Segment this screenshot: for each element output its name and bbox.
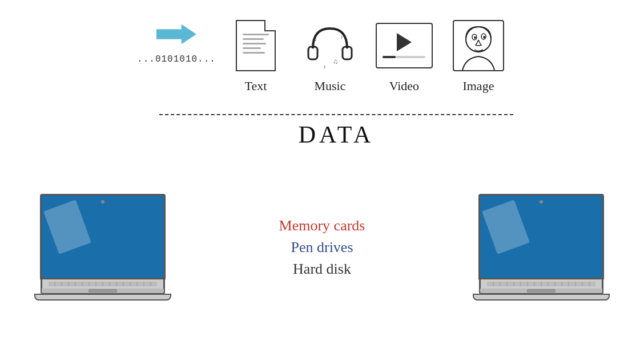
progress-bar xyxy=(383,56,425,58)
left-laptop-screen xyxy=(40,194,166,279)
video-player-icon xyxy=(376,23,433,68)
keyboard-keys xyxy=(49,282,157,286)
video-icon-wrap xyxy=(376,17,433,74)
progress-fill xyxy=(383,56,396,58)
binary-area: ...0101010... xyxy=(137,23,216,64)
svg-text:♫: ♫ xyxy=(333,58,338,66)
svg-point-7 xyxy=(466,27,491,52)
data-title: DATA xyxy=(299,121,375,148)
data-item-music: ♪ ♫ ♩ ♪ Music xyxy=(301,17,359,94)
hard-disk-item: Hard disk xyxy=(293,261,351,278)
pen-drives-item: Pen drives xyxy=(291,239,353,256)
binary-text: ...0101010... xyxy=(137,54,216,64)
data-label-section: DATA xyxy=(86,114,587,148)
data-item-text: Text xyxy=(227,17,284,94)
image-icon-wrap xyxy=(450,17,507,74)
laptop-base-right xyxy=(473,294,610,301)
right-laptop xyxy=(473,194,610,301)
storage-list: Memory cards Pen drives Hard disk xyxy=(279,217,365,278)
headphone-icon: ♪ ♫ ♩ ♪ xyxy=(301,17,359,74)
svg-rect-1 xyxy=(308,47,317,59)
top-section: ...0101010... Text xyxy=(0,17,644,94)
svg-point-10 xyxy=(474,36,476,39)
left-laptop xyxy=(34,194,171,301)
right-laptop-screen xyxy=(478,194,604,279)
bottom-section: Memory cards Pen drives Hard disk xyxy=(0,194,644,301)
text-icon-wrap xyxy=(227,17,284,74)
data-items: Text ♪ ♫ ♩ ♪ Music xyxy=(227,17,507,94)
svg-point-11 xyxy=(483,36,485,38)
keyboard-row xyxy=(41,279,165,289)
svg-text:♩: ♩ xyxy=(314,36,317,42)
laptop-base-left xyxy=(34,294,171,301)
svg-text:♪: ♪ xyxy=(340,34,343,40)
screen-shine xyxy=(43,200,91,254)
trackpad xyxy=(88,289,117,293)
video-label: Video xyxy=(389,79,419,94)
music-label: Music xyxy=(314,79,345,94)
arrow-right-icon xyxy=(156,23,196,46)
screen-shine-right xyxy=(482,200,530,254)
portrait-icon xyxy=(453,20,504,71)
play-button-icon xyxy=(397,33,412,51)
dashed-divider xyxy=(159,114,513,115)
image-label: Image xyxy=(462,79,494,94)
keyboard-row-right xyxy=(479,279,603,289)
music-icon-wrap: ♪ ♫ ♩ ♪ xyxy=(301,17,359,74)
svg-rect-2 xyxy=(343,47,352,59)
svg-marker-0 xyxy=(156,25,196,44)
keyboard-keys-right xyxy=(487,282,595,286)
document-icon xyxy=(236,20,276,71)
trackpad-right xyxy=(527,289,556,293)
data-item-video: Video xyxy=(376,17,433,94)
memory-cards-item: Memory cards xyxy=(279,217,365,234)
portrait-svg xyxy=(454,21,503,70)
text-label: Text xyxy=(245,79,267,94)
svg-text:♪: ♪ xyxy=(323,63,326,70)
data-item-image: Image xyxy=(450,17,507,94)
